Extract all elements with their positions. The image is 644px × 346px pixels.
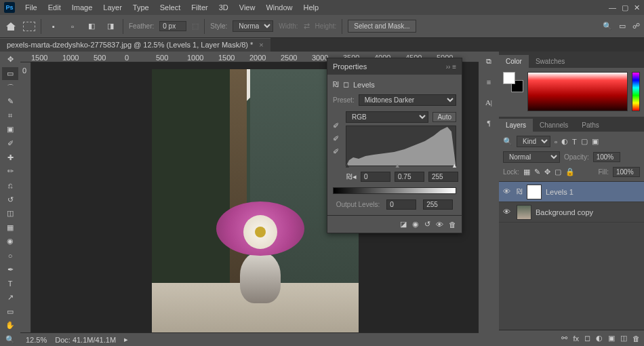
layer-fx-icon[interactable]: fx [573,334,579,343]
reset-icon[interactable]: ↺ [424,220,430,229]
eyedropper-tool[interactable]: ✐ [2,137,18,151]
output-gradient[interactable] [333,187,456,194]
new-adjustment-icon[interactable]: ◐ [596,334,603,343]
layer-name[interactable]: Background copy [536,208,593,216]
filter-smart-icon[interactable]: ▣ [592,137,599,146]
selection-new-icon[interactable]: ▪ [47,20,60,33]
brush-tool[interactable]: ✏ [2,165,18,178]
search-icon[interactable]: 🔍 [503,137,512,146]
select-and-mask-button[interactable]: Select and Mask... [348,20,416,33]
lock-pixels-icon[interactable]: ✎ [534,168,540,176]
layer-mask-thumb[interactable] [527,185,542,199]
panel-collapse-icon[interactable]: ›› ≡ [446,63,456,71]
toggle-visibility-icon[interactable]: 👁 [436,220,443,229]
clone-tool[interactable]: ⎌ [2,179,18,193]
input-white-input[interactable] [428,172,458,182]
fill-input[interactable] [613,167,640,177]
delete-icon[interactable]: 🗑 [449,220,456,229]
new-group-icon[interactable]: ▣ [608,334,615,343]
new-layer-icon[interactable]: ◫ [620,334,627,343]
gradient-tool[interactable]: ▦ [2,221,18,235]
layer-name[interactable]: Levels 1 [546,188,573,196]
preset-select[interactable]: Midtones Darker [359,94,456,106]
document-tab[interactable]: pexels-marta-dzedyshko-2775837.jpg @ 12.… [0,38,270,52]
histogram-summary-icon[interactable]: ₪◂ [346,172,357,181]
tab-layers[interactable]: Layers [499,119,533,132]
history-panel-icon[interactable]: ⧉ [486,57,491,66]
character-panel-icon[interactable]: A| [485,98,492,107]
lock-all-icon[interactable]: 🔒 [565,168,575,176]
shape-tool[interactable]: ▭ [2,305,18,318]
zoom-tool[interactable]: 🔍 [2,333,18,347]
histogram[interactable]: ▲ ▲ ▲ [346,126,456,166]
move-tool[interactable]: ✥ [2,53,18,66]
menu-edit[interactable]: Edit [43,1,66,14]
tab-color[interactable]: Color [499,55,529,68]
input-gamma-input[interactable] [395,172,424,182]
dodge-tool[interactable]: ○ [2,249,18,263]
delete-layer-icon[interactable]: 🗑 [632,334,640,343]
menu-select[interactable]: Select [155,1,186,14]
view-previous-icon[interactable]: ◉ [412,220,419,229]
type-tool[interactable]: T [2,277,18,290]
adjustments-panel-icon[interactable]: ≡ [487,78,491,86]
layer-row[interactable]: 👁 ₪ Levels 1 [499,182,644,202]
maximize-icon[interactable]: ▢ [622,3,628,12]
selection-subtract-icon[interactable]: ◧ [85,20,98,33]
auto-button[interactable]: Auto [432,112,456,122]
menu-file[interactable]: File [20,1,42,14]
layer-row[interactable]: 👁 Background copy [499,202,644,223]
color-spectrum[interactable] [527,72,628,111]
frame-tool[interactable]: ▣ [2,123,18,136]
menu-view[interactable]: View [235,1,260,14]
lock-transparency-icon[interactable]: ▦ [523,168,530,176]
output-black-input[interactable] [386,199,416,210]
lock-position-icon[interactable]: ✥ [544,168,550,176]
doc-size[interactable]: Doc: 41.1M/41.1M [55,336,116,344]
crop-tool[interactable]: ⌗ [2,109,18,123]
visibility-icon[interactable]: 👁 [503,208,512,217]
gray-eyedropper-icon[interactable]: ✐ [333,134,339,143]
marquee-tool[interactable]: ▭ [2,67,18,81]
home-button[interactable] [4,20,18,33]
blur-tool[interactable]: ◉ [2,235,18,248]
healing-tool[interactable]: ✚ [2,151,18,164]
share-icon[interactable]: ☍ [632,22,640,31]
hand-tool[interactable]: ✋ [2,319,18,332]
output-white-input[interactable] [423,199,453,210]
quick-select-tool[interactable]: ✎ [2,95,18,109]
zoom-level[interactable]: 12.5% [26,336,47,344]
close-icon[interactable]: ✕ [634,3,640,12]
pen-tool[interactable]: ✒ [2,263,18,276]
menu-type[interactable]: Type [128,1,154,14]
link-layers-icon[interactable]: ⚯ [561,334,567,343]
menu-window[interactable]: Window [261,1,297,14]
filter-kind-select[interactable]: Kind [517,136,550,147]
add-mask-icon[interactable]: ◻ [584,334,590,343]
path-tool[interactable]: ↗ [2,291,18,305]
menu-layer[interactable]: Layer [98,1,127,14]
filter-shape-icon[interactable]: ▢ [581,137,588,146]
channel-select[interactable]: RGB [346,111,428,123]
marquee-tool-icon[interactable] [23,22,35,31]
layer-thumb[interactable] [517,205,531,220]
tab-paths[interactable]: Paths [575,119,606,132]
input-black-input[interactable] [361,172,390,182]
workspace-icon[interactable]: ▭ [619,22,626,31]
selection-intersect-icon[interactable]: ◨ [104,20,117,33]
search-icon[interactable]: 🔍 [603,22,612,31]
white-eyedropper-icon[interactable]: ✐ [333,147,339,156]
minimize-icon[interactable]: — [609,3,616,12]
eraser-tool[interactable]: ◫ [2,207,18,220]
lock-artboard-icon[interactable]: ▢ [555,168,561,176]
history-brush-tool[interactable]: ↺ [2,193,18,206]
menu-3d[interactable]: 3D [214,1,233,14]
menu-filter[interactable]: Filter [186,1,212,14]
status-chevron-icon[interactable]: ▸ [124,335,128,344]
style-select[interactable]: Normal [233,20,273,32]
clip-icon[interactable]: ◪ [400,220,407,229]
selection-add-icon[interactable]: ▫ [66,20,79,33]
hue-slider[interactable] [632,72,640,111]
lasso-tool[interactable]: ⌒ [2,81,18,94]
menu-image[interactable]: Image [67,1,98,14]
